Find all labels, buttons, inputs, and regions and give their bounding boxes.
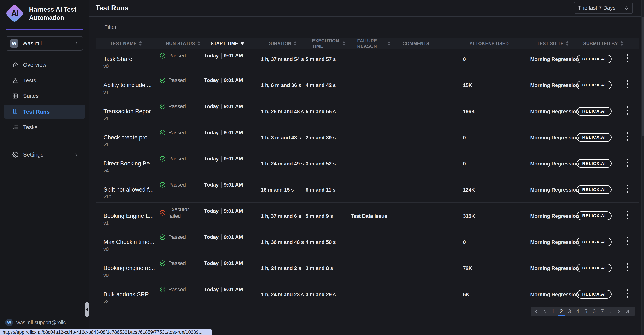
- table-row[interactable]: Split not allowed f...v10 Passed Today9:…: [89, 176, 642, 203]
- test-name: Booking engine re...: [104, 264, 160, 272]
- run-status-label: Passed: [168, 129, 186, 136]
- test-version: v1: [104, 141, 160, 148]
- table-row[interactable]: Max Checkin time...v0 Passed Today9:01 A…: [89, 229, 642, 255]
- test-name: Split not allowed f...: [104, 186, 160, 193]
- column-header-test-suite[interactable]: TEST SUITE: [537, 41, 583, 46]
- row-menu-button[interactable]: [626, 289, 629, 298]
- start-day: Today: [204, 181, 219, 188]
- ai-tokens-value: 0: [463, 56, 530, 72]
- time-separator: [221, 156, 222, 162]
- main-content: Test Runs The last 7 Days Filter TEST NA…: [89, 0, 642, 335]
- sidebar-item-suites[interactable]: Suites: [4, 90, 86, 102]
- page-button-3[interactable]: 3: [565, 307, 574, 316]
- column-header-submitted-by[interactable]: SUBMITTED BY: [583, 41, 632, 46]
- sidebar-item-tasks[interactable]: Tasks: [4, 121, 86, 133]
- test-suite-value: Morning Regression: [530, 134, 577, 150]
- start-day: Today: [204, 52, 219, 59]
- sort-icon: [566, 41, 569, 46]
- execution-time-value: 4 m and 42 s: [306, 82, 351, 98]
- page-button-7[interactable]: 7: [598, 307, 606, 316]
- column-header-failure-reason[interactable]: FAILURE REASON: [357, 38, 402, 49]
- page-button-1[interactable]: 1: [549, 307, 557, 316]
- last-page-button[interactable]: [623, 307, 631, 316]
- table-row[interactable]: Ability to include ...v1 Passed Today9:0…: [89, 72, 642, 98]
- table-row[interactable]: Direct Booking Be...v4 Passed Today9:01 …: [89, 150, 642, 176]
- time-separator: [221, 208, 222, 214]
- time-separator: [221, 77, 222, 83]
- account-menu[interactable]: W wasimil-support@relic...: [5, 319, 70, 327]
- duration-value: 1 h, 24 m and 49 s: [261, 160, 306, 176]
- row-menu-button[interactable]: [626, 184, 629, 194]
- sidebar-item-tests[interactable]: Tests: [4, 75, 86, 86]
- start-time: 9:01 AM: [224, 77, 243, 84]
- ai-tokens-value: 72K: [463, 265, 530, 281]
- passed-icon: [160, 52, 166, 59]
- logo-ai-text: AI: [6, 5, 23, 22]
- test-name: Transaction Repor...: [104, 108, 160, 115]
- column-header-start-time[interactable]: START TIME: [211, 41, 267, 46]
- row-menu-button[interactable]: [626, 106, 629, 115]
- ai-tokens-value: 0: [463, 239, 530, 255]
- row-menu-button[interactable]: [626, 79, 629, 89]
- column-header-run-status[interactable]: RUN STATUS: [166, 41, 211, 46]
- page-button-4[interactable]: 4: [574, 307, 582, 316]
- row-menu-button[interactable]: [626, 158, 629, 167]
- passed-icon: [160, 286, 166, 293]
- table-row[interactable]: Booking Engine L...v1 Executor failed To…: [89, 203, 642, 229]
- first-page-button[interactable]: [532, 307, 541, 316]
- row-menu-button[interactable]: [626, 210, 629, 220]
- sidebar-item-settings[interactable]: Settings: [4, 149, 86, 160]
- start-time: 9:01 AM: [224, 52, 243, 59]
- sidebar-item-test-runs[interactable]: Test Runs: [4, 105, 86, 119]
- scrollbar-thumb[interactable]: [642, 17, 644, 136]
- next-page-button[interactable]: [614, 307, 623, 316]
- workspace-selector[interactable]: W Wasimil: [6, 36, 83, 51]
- page-button-2-active[interactable]: 2: [557, 307, 565, 316]
- column-header-test-name[interactable]: TEST NAME: [110, 41, 166, 46]
- comments-value: [396, 141, 463, 150]
- prev-page-button[interactable]: [541, 307, 549, 316]
- flask-icon: [12, 77, 18, 83]
- row-menu-button[interactable]: [626, 262, 629, 272]
- page-button-5[interactable]: 5: [582, 307, 590, 316]
- run-status-label: Passed: [168, 103, 186, 110]
- passed-icon: [160, 156, 166, 162]
- column-header-duration[interactable]: DURATION: [267, 41, 312, 46]
- chevron-left-icon: [86, 308, 88, 311]
- submitted-by-badge: RELICX.AI: [577, 238, 612, 246]
- table-row[interactable]: Check create pro...v1 Passed Today9:01 A…: [89, 124, 642, 150]
- sidebar-item-label: Overview: [23, 62, 46, 68]
- ai-tokens-value: 0: [463, 160, 530, 176]
- time-separator: [221, 130, 222, 135]
- filter-icon: [96, 26, 101, 28]
- submitted-by-badge: RELICX.AI: [577, 264, 612, 272]
- test-suite-value: Morning Regression: [530, 265, 577, 281]
- comments-value: [396, 63, 463, 72]
- page-button-6[interactable]: 6: [590, 307, 598, 316]
- test-version: v1: [104, 89, 160, 96]
- table-row[interactable]: Task Sharev0 Passed Today9:01 AM 1 h, 37…: [89, 49, 642, 72]
- filter-label: Filter: [104, 24, 117, 30]
- table-row[interactable]: Bulk addons SRP ...v2 Passed Today9:01 A…: [89, 281, 642, 307]
- column-header-comments: COMMENTS: [402, 41, 470, 46]
- sidebar-collapse-handle[interactable]: [85, 302, 89, 317]
- sidebar-item-overview[interactable]: Overview: [4, 59, 86, 71]
- start-day: Today: [204, 286, 219, 293]
- table-row[interactable]: Transaction Repor...v1 Passed Today9:01 …: [89, 98, 642, 124]
- ai-tokens-value: 15K: [463, 82, 530, 98]
- start-day: Today: [204, 129, 219, 136]
- start-time: 9:01 AM: [224, 155, 243, 162]
- date-range-select[interactable]: The last 7 Days: [574, 2, 633, 14]
- sidebar: AI Harness AI Test Automation W Wasimil …: [0, 0, 89, 335]
- time-separator: [221, 261, 222, 266]
- column-header-execution-time[interactable]: EXECUTION TIME: [312, 38, 357, 49]
- test-name: Booking Engine L...: [104, 212, 160, 220]
- test-version: v0: [104, 272, 160, 279]
- row-menu-button[interactable]: [626, 53, 629, 63]
- row-menu-button[interactable]: [626, 236, 629, 246]
- start-day: Today: [204, 77, 219, 84]
- row-menu-button[interactable]: [626, 132, 629, 141]
- filter-button[interactable]: Filter: [96, 24, 117, 30]
- start-day: Today: [204, 208, 219, 214]
- table-row[interactable]: Booking engine re...v0 Passed Today9:01 …: [89, 255, 642, 281]
